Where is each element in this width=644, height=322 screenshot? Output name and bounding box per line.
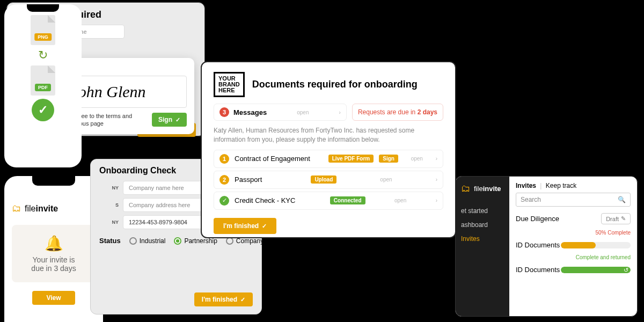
folder-icon: 🗂	[461, 183, 471, 194]
phone-notch	[27, 4, 59, 12]
onboarding-title: Documents required for onboarding	[252, 79, 418, 90]
done-check-icon: ✓	[219, 196, 229, 206]
png-file-icon: PNG	[31, 15, 55, 45]
progress-bar: ↺	[561, 267, 631, 273]
request-description: Katy Allen, Human Resources from FortyTw…	[214, 126, 443, 144]
fileinvite-logo: 🗂fileinvite	[461, 183, 504, 194]
messages-row[interactable]: 3 Messages open ›	[214, 104, 347, 121]
dashboard-tabs: Invites | Keep track	[516, 182, 631, 189]
dashboard-sidebar: 🗂fileinvite et started ashboard Invites	[456, 177, 509, 316]
request-row-credit[interactable]: ✓ Credit Check - KYC Connected open›	[214, 192, 443, 210]
onboarding-main-card: YOUR BRAND HERE Documents required for o…	[201, 61, 456, 238]
success-check-icon: ✓	[32, 99, 54, 121]
messages-count-badge: 3	[219, 107, 229, 117]
phone-convert: PNG ↻ PDF ✓	[0, 0, 86, 172]
chevron-right-icon: ›	[436, 177, 437, 182]
nav-get-started[interactable]: et started	[461, 204, 504, 218]
folder-icon: 🗂	[12, 203, 21, 214]
tag-sign: Sign	[379, 155, 398, 163]
dashboard-card: 🗂fileinvite et started ashboard Invites …	[455, 176, 638, 317]
pdf-file-icon: PDF	[31, 65, 55, 96]
undo-icon: ↺	[624, 267, 628, 273]
phone-notch	[32, 176, 75, 186]
brand-placeholder: YOUR BRAND HERE	[214, 72, 245, 97]
nav-dashboard[interactable]: ashboard	[461, 218, 504, 232]
tag-upload: Upload	[311, 175, 336, 184]
invite-row-due-diligence[interactable]: Due Diligence Draft✎	[516, 213, 631, 224]
chevron-right-icon: ›	[436, 197, 437, 203]
chevron-right-icon: ›	[339, 109, 341, 115]
invite-row-id-docs-2[interactable]: Complete and returned ID Documents ↺	[516, 254, 631, 274]
im-finished-button[interactable]: I'm finished	[194, 292, 253, 306]
fileinvite-logo: 🗂 fileinvite	[12, 203, 96, 214]
chevron-right-icon: ›	[436, 156, 437, 162]
status-label: Status	[99, 237, 121, 245]
im-finished-button[interactable]: I'm finished	[214, 218, 276, 234]
invite-row-id-docs-1[interactable]: 50% Complete ID Documents	[516, 230, 631, 249]
search-input[interactable]: Search 🔍	[516, 193, 631, 207]
draft-button[interactable]: Draft✎	[601, 213, 631, 224]
pencil-icon: ✎	[621, 215, 626, 222]
tag-connected: Connected	[330, 196, 365, 204]
tab-invites[interactable]: Invites	[516, 182, 536, 189]
search-icon: 🔍	[618, 196, 626, 203]
nav-invites[interactable]: Invites	[461, 232, 504, 246]
sign-button[interactable]: Sign	[152, 113, 187, 127]
request-row-passport[interactable]: 2 Passport Upload open›	[214, 171, 443, 189]
request-row-contract[interactable]: 1 Contract of Engagement Live PDF Form S…	[214, 150, 443, 168]
view-button[interactable]: View	[32, 291, 75, 305]
invite-due-box: 🔔 Your invite isdue in 3 days	[12, 225, 96, 282]
tag-live-pdf: Live PDF Form	[328, 155, 374, 163]
progress-bar	[561, 242, 631, 248]
convert-icon: ↻	[38, 48, 48, 62]
status-radio-industrial[interactable]: Industrial	[129, 237, 166, 245]
tab-keep-track[interactable]: Keep track	[546, 182, 576, 189]
due-warning: Requests are due in 2 days	[352, 104, 443, 121]
bell-icon: 🔔	[17, 235, 90, 252]
